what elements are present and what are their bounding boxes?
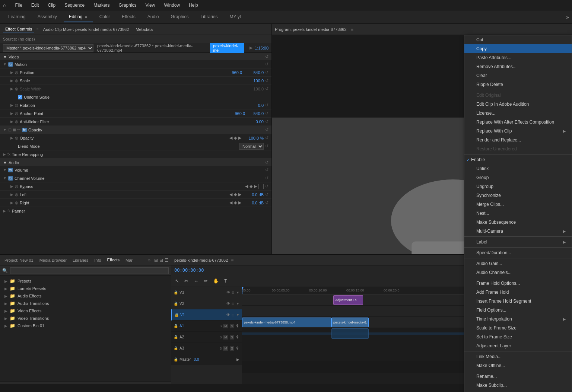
a3-sync[interactable]: S — [219, 347, 222, 350]
ctx-item-cut[interactable]: Cut — [464, 35, 572, 44]
tl-text-tool[interactable]: T — [223, 277, 229, 284]
pos-reset[interactable]: ↺ — [265, 70, 268, 75]
tl-razor-tool[interactable]: ✂ — [183, 277, 190, 284]
master-nav[interactable]: ▶ — [236, 357, 239, 361]
master-clip-select[interactable]: Master * pexels-kindel-media-6773862.mp4 — [3, 44, 93, 52]
scale-expand[interactable]: ▶ — [10, 79, 13, 83]
ctx-item-speed-duration-[interactable]: Speed/Duration... — [464, 248, 572, 257]
menu-clip[interactable]: Clip — [47, 2, 57, 9]
tab-effects[interactable]: Effects — [105, 257, 122, 263]
ctx-item-make-offline-[interactable]: Make Offline... — [464, 361, 572, 370]
anchor-reset[interactable]: ↺ — [265, 111, 268, 116]
a1-lock[interactable]: 🔒 — [174, 324, 178, 328]
menu-view[interactable]: View — [144, 2, 157, 9]
v3-collapse[interactable]: ▼ — [236, 291, 239, 294]
clip-v1-main[interactable]: pexels-kindel-media-6773858.mp4 — [242, 318, 331, 327]
motion-reset[interactable]: ↺ — [265, 62, 268, 67]
af-value[interactable]: 0.00 — [241, 119, 264, 124]
a3-solo[interactable]: S — [230, 346, 234, 351]
list-item-audio-transitions[interactable]: ▶ 📁 Audio Transitions — [0, 300, 171, 307]
menu-sequence[interactable]: Sequence — [63, 2, 86, 9]
v2-sync[interactable]: ⊞ — [232, 302, 235, 306]
left-reset[interactable]: ↺ — [265, 192, 268, 197]
sw-expand[interactable]: ▶ — [10, 87, 13, 91]
ctx-item-insert-frame-hold-segment[interactable]: Insert Frame Hold Segment — [464, 297, 572, 306]
ctx-item-rename-[interactable]: Rename... — [464, 372, 572, 381]
tab-mar[interactable]: Mar — [123, 257, 135, 263]
menu-edit[interactable]: Edit — [30, 2, 41, 9]
effects-search-input[interactable] — [10, 267, 169, 274]
v3-eye[interactable]: 👁 — [226, 290, 230, 294]
opacity-value[interactable]: 100.0 % — [241, 136, 264, 140]
ctx-item-label[interactable]: Label▶ — [464, 238, 572, 246]
tr-expand[interactable]: ▶ — [3, 152, 6, 156]
scale-value[interactable]: 100.0 — [241, 79, 264, 83]
sw-reset[interactable]: ↺ — [265, 86, 268, 91]
bl-icon2[interactable]: ⊟ — [159, 258, 163, 263]
ctx-item-set-to-frame-size[interactable]: Set to Frame Size — [464, 332, 572, 341]
tab-libraries[interactable]: Libraries — [70, 257, 90, 263]
a1-mute[interactable]: M — [223, 324, 228, 328]
ws-tab-editing[interactable]: Editing ≡ — [64, 12, 93, 22]
list-item-custom-bin[interactable]: ▶ 📁 Custom Bin 01 — [0, 322, 171, 329]
ctx-item-ungroup[interactable]: Ungroup — [464, 182, 572, 191]
v1-lock[interactable]: 🔒 — [174, 313, 179, 317]
left-expand[interactable]: ▶ — [10, 192, 13, 197]
ctx-item-clear[interactable]: Clear — [464, 71, 572, 80]
ws-tab-audio[interactable]: Audio — [142, 12, 164, 22]
ctx-item-merge-clips-[interactable]: Merge Clips... — [464, 200, 572, 209]
ctx-item-reveal-in-project[interactable]: Reveal in Project — [464, 390, 572, 392]
bl-icon1[interactable]: ⊞ — [154, 258, 158, 263]
ctx-item-replace-with-clip[interactable]: Replace With Clip▶ — [464, 127, 572, 136]
rot-expand[interactable]: ▶ — [10, 103, 13, 107]
master-lock[interactable]: 🔒 — [174, 357, 178, 361]
ctx-item-time-interpolation[interactable]: Time Interpolation▶ — [464, 315, 572, 324]
tl-hand-tool[interactable]: ✋ — [212, 277, 220, 284]
ws-tab-effects[interactable]: Effects — [117, 12, 140, 22]
a1-sync[interactable]: S — [219, 324, 222, 328]
program-menu-icon[interactable]: ≡ — [351, 27, 353, 32]
timeline-menu-icon[interactable]: ≡ — [231, 258, 233, 263]
ctx-item-audio-channels-[interactable]: Audio Channels... — [464, 268, 572, 277]
vol-expand[interactable]: ▼ — [3, 168, 7, 172]
v3-lock[interactable]: 🔒 — [174, 290, 178, 294]
a1-clip-marker[interactable] — [331, 328, 369, 339]
left-kf-next[interactable]: ▶ — [238, 192, 241, 197]
a2-lock[interactable]: 🔒 — [174, 335, 178, 339]
tab-info[interactable]: Info — [92, 257, 103, 263]
blend-mode-select[interactable]: Normal — [239, 143, 264, 150]
ctx-item-enable[interactable]: ✓Enable — [464, 155, 572, 164]
af-reset[interactable]: ↺ — [265, 119, 268, 124]
ctx-item-replace-with-after-effects-composition[interactable]: Replace With After Effects Composition — [464, 118, 572, 127]
tab-project[interactable]: Project: New 01 — [2, 257, 36, 263]
menu-help[interactable]: Help — [187, 2, 200, 9]
cv-reset[interactable]: ↺ — [265, 176, 268, 181]
ctx-item-ripple-delete[interactable]: Ripple Delete — [464, 80, 572, 89]
ctx-item-make-subclip-[interactable]: Make Subclip... — [464, 381, 572, 390]
bypass-kf-next[interactable]: ▶ — [254, 184, 257, 189]
ws-tab-libraries[interactable]: Libraries — [196, 12, 223, 22]
v2-eye[interactable]: 👁 — [226, 302, 230, 306]
video-reset-button[interactable]: ↺ — [265, 54, 268, 59]
ws-tab-assembly[interactable]: Assembly — [32, 12, 62, 22]
ws-tab-graphics[interactable]: Graphics — [165, 12, 194, 22]
anchor-x[interactable]: 960.0 — [223, 111, 245, 116]
ctx-item-frame-hold-options-[interactable]: Frame Hold Options... — [464, 279, 572, 288]
opacity-kf-prev[interactable]: ◀ — [229, 136, 232, 140]
list-item-video-effects[interactable]: ▶ 📁 Video Effects — [0, 307, 171, 315]
opacity-section-reset[interactable]: ↺ — [265, 127, 268, 132]
a1-solo[interactable]: S — [230, 324, 234, 328]
cv-expand[interactable]: ▼ — [3, 176, 7, 180]
ws-tab-color[interactable]: Color — [94, 12, 115, 22]
timeline-playhead[interactable] — [242, 287, 242, 294]
af-expand[interactable]: ▶ — [10, 119, 13, 124]
pos-expand[interactable]: ▶ — [10, 70, 13, 74]
opacity-kf-add[interactable]: ◆ — [234, 136, 237, 140]
bl-icon3[interactable]: ☰ — [165, 258, 169, 263]
bypass-checkbox[interactable] — [258, 184, 264, 189]
bypass-kf-prev[interactable]: ◀ — [245, 184, 248, 189]
right-kf-next[interactable]: ▶ — [238, 200, 241, 205]
ctx-item-scale-to-frame-size[interactable]: Scale to Frame Size — [464, 324, 572, 332]
a2-mute[interactable]: M — [223, 335, 228, 340]
clip-adjustment-layer[interactable]: Adjustment La — [333, 295, 363, 305]
